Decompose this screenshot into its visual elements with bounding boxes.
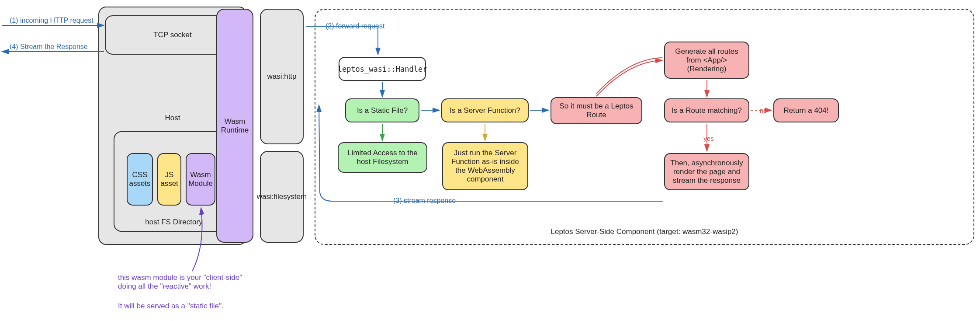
host-fs-dir-label: host FS Directory <box>139 218 209 227</box>
tcp-socket-label: TCP socket <box>153 31 192 39</box>
return-404-box: Return a 404! <box>773 98 839 122</box>
handler-box: leptos_wasi::Handler <box>339 57 426 81</box>
wasm-module-box: Wasm Module <box>186 153 215 206</box>
must-be-route-box: So it must be a Leptos Route <box>551 97 642 124</box>
render-stream-box: Then, asynchronously render the page and… <box>664 153 749 190</box>
generate-routes-box: Generate all routes from <App/> (Renderi… <box>664 42 749 79</box>
must-be-route-label: So it must be a Leptos Route <box>559 102 633 119</box>
handler-label: leptos_wasi::Handler <box>338 65 427 73</box>
server-fn-run-label: Just run the Server Function as-is insid… <box>451 149 519 184</box>
leptos-container-label: Leptos Server-Side Component (target: wa… <box>529 227 760 236</box>
stream-response-out-label: (4) Stream the Response <box>10 43 101 51</box>
static-file-label: Is a Static File? <box>357 106 408 115</box>
return-404-label: Return a 404! <box>783 106 828 115</box>
wasi-http-label: wasi:http <box>267 72 296 81</box>
forward-request-label: (2) forward request <box>326 22 400 30</box>
server-fn-q-box: Is a Server Function? <box>441 98 529 122</box>
wasi-fs-box: wasi:filesystem <box>260 151 304 243</box>
incoming-http-label: (1) incoming HTTP request <box>10 17 101 24</box>
wasi-http-box: wasi:http <box>260 9 304 144</box>
wasm-runtime-box: Wasm Runtime <box>216 9 253 243</box>
js-asset-label: JS asset <box>160 171 178 188</box>
server-fn-run-box: Just run the Server Function as-is insid… <box>442 142 528 190</box>
route-match-label: Is a Route matching? <box>672 106 742 115</box>
fs-access-label: Limited Access to the host Filesystem <box>347 149 418 166</box>
route-match-box: Is a Route matching? <box>664 98 749 122</box>
js-asset-box: JS asset <box>157 153 181 206</box>
generate-routes-label: Generate all routes from <App/> (Renderi… <box>675 47 738 73</box>
host-label: Host <box>153 114 192 122</box>
no-label: no <box>755 107 772 114</box>
css-assets-label: CSS assets <box>129 171 150 188</box>
annotation-1: this wasm module is your "client-side" d… <box>118 273 280 291</box>
wasi-fs-label: wasi:filesystem <box>257 192 307 201</box>
css-assets-box: CSS assets <box>127 153 153 206</box>
render-stream-label: Then, asynchronously render the page and… <box>670 159 743 185</box>
wasm-runtime-label: Wasm Runtime <box>221 117 249 135</box>
leptos-container <box>315 9 974 245</box>
server-fn-q-label: Is a Server Function? <box>450 106 520 115</box>
yes-label: yes <box>700 135 717 142</box>
stream-response-back-label: (3) stream response <box>393 197 467 205</box>
annotation-2: It will be served as a "static file". <box>118 302 280 311</box>
wasm-module-label: Wasm Module <box>188 171 213 188</box>
fs-access-box: Limited Access to the host Filesystem <box>338 142 427 173</box>
static-file-box: Is a Static File? <box>345 98 419 122</box>
